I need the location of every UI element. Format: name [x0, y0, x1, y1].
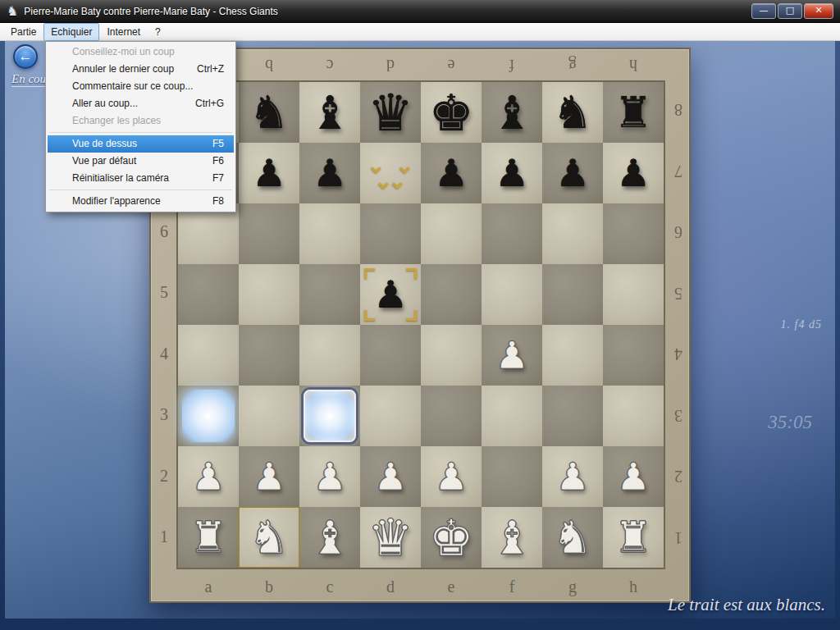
black-pawn-c7[interactable]: ♟ — [313, 151, 346, 195]
white-bishop-f1[interactable]: ♝ — [491, 511, 532, 564]
square-d1[interactable]: ♛ — [360, 507, 421, 568]
square-h2[interactable]: ♟ — [603, 446, 664, 507]
square-d4[interactable] — [360, 325, 421, 386]
square-d5[interactable]: ♟ — [360, 264, 421, 325]
black-knight-g8[interactable]: ♞ — [552, 86, 592, 139]
square-d6[interactable] — [360, 203, 421, 264]
square-c5[interactable] — [299, 264, 360, 325]
menu-item-modifier-l-apparence[interactable]: Modifier l'apparenceF8 — [48, 193, 234, 210]
menu-item-annuler-le-dernier-coup[interactable]: Annuler le dernier coupCtrl+Z — [48, 61, 234, 78]
square-g5[interactable] — [542, 264, 603, 325]
square-g1[interactable]: ♞ — [542, 507, 603, 568]
white-pawn-g2[interactable]: ♟ — [555, 454, 589, 499]
white-bishop-c1[interactable]: ♝ — [309, 511, 350, 564]
square-e4[interactable] — [421, 325, 482, 386]
square-h5[interactable] — [603, 264, 664, 325]
menu-item-vue-par-defaut[interactable]: Vue par défautF6 — [48, 153, 234, 170]
title-bar[interactable]: ♞ Pierre-Marie Baty contre Pierre-Marie … — [0, 0, 840, 23]
square-g6[interactable] — [542, 203, 603, 264]
close-button[interactable]: ✕ — [804, 3, 833, 19]
square-h6[interactable] — [603, 203, 664, 264]
black-knight-b8[interactable]: ♞ — [249, 86, 289, 139]
square-e6[interactable] — [421, 203, 482, 264]
menu-item-aller-au-coup[interactable]: Aller au coup...Ctrl+G — [48, 95, 234, 112]
square-e3[interactable] — [421, 386, 482, 446]
white-pawn-d2[interactable]: ♟ — [373, 454, 407, 499]
menubar-item-?[interactable]: ? — [148, 23, 168, 41]
square-c2[interactable]: ♟ — [299, 446, 360, 507]
black-bishop-f8[interactable]: ♝ — [491, 86, 532, 139]
square-c3[interactable] — [299, 386, 360, 446]
square-e5[interactable] — [421, 264, 482, 325]
white-knight-b1[interactable]: ♞ — [249, 511, 289, 564]
black-pawn-f7[interactable]: ♟ — [495, 151, 528, 195]
square-c6[interactable] — [299, 203, 360, 264]
square-f6[interactable] — [482, 203, 542, 264]
white-pawn-f4[interactable]: ♟ — [495, 333, 528, 377]
square-a4[interactable] — [178, 325, 239, 386]
square-d8[interactable]: ♛ — [360, 82, 421, 143]
black-queen-d8[interactable]: ♛ — [368, 83, 413, 143]
square-g7[interactable]: ♟ — [542, 143, 603, 203]
square-b1[interactable]: ♞ — [239, 507, 299, 568]
white-pawn-h2[interactable]: ♟ — [616, 454, 650, 499]
square-b8[interactable]: ♞ — [239, 82, 299, 143]
black-pawn-e7[interactable]: ♟ — [434, 151, 468, 195]
square-b6[interactable] — [239, 203, 299, 264]
square-d3[interactable] — [360, 386, 421, 446]
black-pawn-g7[interactable]: ♟ — [555, 151, 589, 195]
square-d2[interactable]: ♟ — [360, 446, 421, 507]
minimize-button[interactable]: — — [751, 3, 776, 19]
menu-item-reinitialiser-la-camera[interactable]: Réinitialiser la caméraF7 — [48, 170, 234, 187]
menu-item-commentaire-sur-ce-coup[interactable]: Commentaire sur ce coup... — [48, 78, 234, 95]
square-b2[interactable]: ♟ — [239, 446, 299, 507]
square-f3[interactable] — [482, 386, 542, 446]
square-g3[interactable] — [542, 386, 603, 446]
square-e2[interactable]: ♟ — [421, 446, 482, 507]
square-a3[interactable] — [178, 386, 239, 446]
black-pawn-b7[interactable]: ♟ — [252, 151, 285, 195]
white-queen-d1[interactable]: ♛ — [368, 508, 413, 568]
square-e7[interactable]: ♟ — [421, 143, 482, 203]
square-f1[interactable]: ♝ — [482, 507, 542, 568]
square-g8[interactable]: ♞ — [542, 82, 603, 143]
menubar-item-partie[interactable]: Partie — [3, 23, 43, 41]
black-king-e8[interactable]: ♚ — [429, 84, 474, 142]
square-c7[interactable]: ♟ — [299, 143, 360, 203]
maximize-button[interactable]: □ — [778, 3, 802, 19]
square-h1[interactable]: ♜ — [603, 507, 664, 568]
menubar-item-internet[interactable]: Internet — [99, 23, 148, 41]
square-c1[interactable]: ♝ — [299, 507, 360, 568]
square-a1[interactable]: ♜ — [178, 507, 239, 568]
square-e8[interactable]: ♚ — [421, 82, 482, 143]
square-g2[interactable]: ♟ — [542, 446, 603, 507]
square-h8[interactable]: ♜ — [603, 82, 664, 143]
white-pawn-c2[interactable]: ♟ — [313, 454, 346, 499]
white-pawn-b2[interactable]: ♟ — [252, 454, 285, 499]
square-a6[interactable] — [178, 203, 239, 264]
square-h7[interactable]: ♟ — [603, 143, 664, 203]
white-rook-h1[interactable]: ♜ — [614, 513, 653, 562]
square-f4[interactable]: ♟ — [482, 325, 542, 386]
white-pawn-a2[interactable]: ♟ — [191, 454, 225, 499]
white-knight-g1[interactable]: ♞ — [552, 511, 592, 564]
square-c4[interactable] — [299, 325, 360, 386]
white-king-e1[interactable]: ♚ — [429, 509, 474, 567]
square-a2[interactable]: ♟ — [178, 446, 239, 507]
square-f8[interactable]: ♝ — [482, 82, 542, 143]
black-pawn-d5[interactable]: ♟ — [373, 272, 407, 317]
black-bishop-c8[interactable]: ♝ — [309, 86, 350, 139]
square-a5[interactable] — [178, 264, 239, 325]
square-b7[interactable]: ♟ — [239, 143, 299, 203]
square-b3[interactable] — [239, 386, 299, 446]
square-c8[interactable]: ♝ — [299, 82, 360, 143]
white-pawn-e2[interactable]: ♟ — [434, 454, 468, 499]
square-h4[interactable] — [603, 325, 664, 386]
square-h3[interactable] — [603, 386, 664, 446]
square-f7[interactable]: ♟ — [482, 143, 542, 203]
square-b4[interactable] — [239, 325, 299, 386]
black-rook-h8[interactable]: ♜ — [614, 88, 653, 137]
white-rook-a1[interactable]: ♜ — [189, 513, 228, 562]
menu-item-vue-de-dessus[interactable]: Vue de dessusF5 — [48, 135, 234, 153]
square-f2[interactable] — [482, 446, 542, 507]
